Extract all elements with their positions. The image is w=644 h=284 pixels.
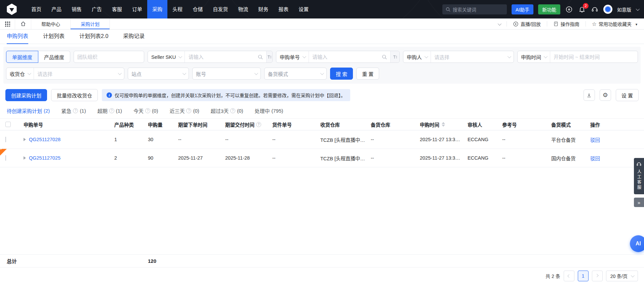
user-avatar[interactable] bbox=[603, 5, 612, 14]
notification-bell-icon[interactable]: 2 bbox=[578, 5, 586, 13]
ai-floating-button[interactable]: AI bbox=[630, 235, 644, 252]
status-tab-overdue[interactable]: 超期(1) bbox=[97, 107, 122, 114]
home-tab-button[interactable] bbox=[15, 18, 31, 29]
help-icon[interactable] bbox=[186, 108, 191, 113]
nav-item-service[interactable]: 客服 bbox=[107, 0, 127, 18]
stock-mode-select[interactable]: 备货模式 bbox=[264, 68, 327, 80]
column-settings-button[interactable] bbox=[600, 89, 611, 101]
warehouse-select[interactable]: 请选择 bbox=[34, 68, 124, 79]
pagination-total: 共 2 条 bbox=[546, 273, 560, 279]
status-tab-processing[interactable]: 处理中(795) bbox=[254, 107, 283, 114]
current-page-button[interactable]: 1 bbox=[578, 271, 589, 281]
version-chevron-down-icon[interactable] bbox=[636, 7, 640, 10]
status-tab-pending[interactable]: 待创建采购计划(2) bbox=[7, 107, 50, 114]
seller-sku-input[interactable] bbox=[188, 54, 255, 60]
nav-item-products[interactable]: 产品 bbox=[46, 0, 67, 18]
nav-item-logistics[interactable]: 物流 bbox=[233, 0, 253, 18]
reject-link[interactable]: 驳回 bbox=[590, 156, 600, 161]
batch-input-icon[interactable] bbox=[390, 51, 399, 63]
nav-item-procurement[interactable]: 采购 bbox=[147, 0, 167, 18]
sort-icon[interactable] bbox=[442, 122, 445, 127]
top-navbar: 首页 产品 销售 广告 客服 订单 采购 头程 仓储 自发货 物流 财务 报表 … bbox=[0, 0, 644, 18]
new-feature-button[interactable]: 新功能 bbox=[538, 4, 560, 14]
help-icon[interactable] bbox=[230, 108, 235, 113]
dimension-toggle: 单据维度 产品维度 bbox=[6, 51, 70, 63]
filter-panel: 单据维度 产品维度 Seller SKU 申购单号 bbox=[3, 47, 641, 84]
account-select[interactable]: 账号 bbox=[192, 68, 261, 80]
request-no-link[interactable]: QG251127028 bbox=[29, 137, 61, 142]
nav-item-reports[interactable]: 报表 bbox=[273, 0, 293, 18]
col-ref-no: 参考号 bbox=[502, 121, 551, 128]
tab-plan-list[interactable]: 计划列表 bbox=[43, 32, 65, 44]
nav-item-firstleg[interactable]: 头程 bbox=[167, 0, 188, 18]
row-checkbox[interactable] bbox=[5, 137, 6, 142]
help-icon[interactable] bbox=[73, 108, 78, 113]
settings-button[interactable]: 设 置 bbox=[616, 89, 639, 101]
seller-sku-type-select[interactable]: Seller SKU bbox=[148, 51, 185, 63]
ai-assistant-button[interactable]: AI助手 bbox=[512, 4, 533, 14]
request-no-input[interactable] bbox=[312, 54, 379, 60]
nav-item-finance[interactable]: 财务 bbox=[253, 0, 273, 18]
tab-purchase-records[interactable]: 采购记录 bbox=[123, 32, 145, 44]
expand-caret-icon[interactable] bbox=[24, 156, 26, 160]
tab-plan-list-2[interactable]: 计划列表2.0 bbox=[79, 32, 108, 44]
cell-stock-warehouse: -- bbox=[371, 155, 420, 161]
time-type-select[interactable]: 申购时间 bbox=[518, 51, 550, 63]
search-button[interactable]: 搜 索 bbox=[330, 68, 353, 80]
operation-guide-link[interactable]: 操作指南 bbox=[547, 21, 586, 27]
download-circle-icon[interactable] bbox=[565, 5, 573, 13]
nav-item-sales[interactable]: 销售 bbox=[67, 0, 87, 18]
applicant-select[interactable]: 请选择 bbox=[431, 51, 514, 63]
batch-input-icon[interactable] bbox=[266, 51, 272, 63]
help-icon[interactable] bbox=[145, 108, 150, 113]
team-org-field[interactable] bbox=[77, 54, 144, 60]
nav-item-orders[interactable]: 订单 bbox=[127, 0, 147, 18]
nav-item-warehouse[interactable]: 仓储 bbox=[188, 0, 208, 18]
tab-procurement-plan[interactable]: 采购计划 bbox=[71, 18, 110, 29]
team-org-input[interactable] bbox=[74, 51, 144, 63]
main-content: 申购列表 计划列表 计划列表2.0 采购记录 单据维度 产品维度 Seller … bbox=[0, 30, 644, 284]
help-icon[interactable] bbox=[109, 108, 114, 113]
site-select[interactable]: 站点 bbox=[128, 68, 189, 80]
global-search-input[interactable]: 搜索关键词 bbox=[442, 4, 507, 14]
batch-modify-warehouse-button[interactable]: 批量修改收货仓 bbox=[51, 89, 98, 101]
status-tab-3days[interactable]: 近三天(0) bbox=[169, 107, 199, 114]
favorites-menu[interactable]: 常用功能收藏夹 bbox=[586, 21, 644, 27]
reset-button[interactable]: 重 置 bbox=[356, 68, 379, 80]
collapse-widget-button[interactable] bbox=[634, 198, 644, 207]
status-tab-today[interactable]: 今天(0) bbox=[133, 107, 158, 114]
nav-item-selffulfill[interactable]: 自发货 bbox=[208, 0, 233, 18]
status-tab-over3days[interactable]: 超过3天(0) bbox=[211, 107, 243, 114]
prev-page-button[interactable] bbox=[564, 271, 574, 281]
applicant-type-select[interactable]: 申购人 bbox=[403, 51, 431, 63]
app-launcher-button[interactable] bbox=[0, 18, 15, 29]
reject-link[interactable]: 驳回 bbox=[590, 137, 600, 143]
date-range-input[interactable] bbox=[554, 54, 634, 60]
chevron-down-icon bbox=[28, 71, 31, 75]
export-download-button[interactable] bbox=[583, 89, 595, 101]
nav-item-settings[interactable]: 设置 bbox=[293, 0, 314, 18]
select-all-checkbox[interactable] bbox=[5, 122, 11, 127]
next-page-button[interactable] bbox=[592, 271, 603, 281]
help-icon[interactable] bbox=[256, 122, 261, 127]
tab-request-list[interactable]: 申购列表 bbox=[7, 32, 28, 44]
dimension-document-button[interactable]: 单据维度 bbox=[6, 51, 38, 63]
tab-help-center[interactable]: 帮助中心 bbox=[31, 18, 71, 29]
headset-icon[interactable] bbox=[591, 5, 599, 13]
nav-item-ads[interactable]: 广告 bbox=[87, 0, 107, 18]
human-service-widget[interactable]: 人工客服 bbox=[634, 158, 644, 194]
row-checkbox[interactable] bbox=[5, 155, 6, 161]
status-tab-urgent[interactable]: 紧急(1) bbox=[61, 107, 86, 114]
col-apply-time[interactable]: 申购时间 bbox=[420, 121, 468, 128]
live-replay-link[interactable]: 直播/回放 bbox=[507, 21, 547, 27]
expand-caret-icon[interactable] bbox=[24, 138, 26, 141]
warehouse-type-select[interactable]: 收货仓 bbox=[6, 68, 34, 79]
tab-list-chevron-icon[interactable] bbox=[492, 21, 507, 27]
request-no-link[interactable]: QG251127025 bbox=[29, 155, 61, 161]
nav-item-home[interactable]: 首页 bbox=[26, 0, 46, 18]
request-no-type-select[interactable]: 申购单号 bbox=[276, 51, 309, 63]
create-plan-button[interactable]: 创建采购计划 bbox=[5, 89, 47, 101]
page-size-select[interactable]: 20 条/页 bbox=[606, 271, 638, 281]
dimension-product-button[interactable]: 产品维度 bbox=[38, 51, 70, 63]
version-label[interactable]: 如意版 bbox=[617, 6, 631, 13]
